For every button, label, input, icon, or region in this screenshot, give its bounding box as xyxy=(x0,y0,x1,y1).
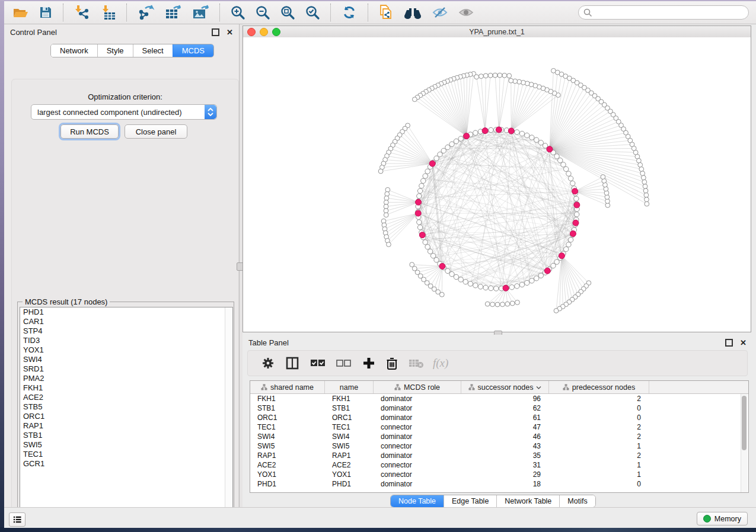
deselect-all-checks-button[interactable] xyxy=(336,358,352,368)
list-item[interactable]: PHD1 xyxy=(20,307,232,317)
table-row[interactable]: FKH1FKH1dominator962 xyxy=(250,394,748,403)
table-cell: 18 xyxy=(461,479,549,489)
column-header-name[interactable]: name xyxy=(325,381,374,393)
list-item[interactable]: ORC1 xyxy=(20,412,232,421)
list-item[interactable]: CAR1 xyxy=(20,317,232,326)
table-cell: SWI5 xyxy=(325,441,374,451)
refresh-button[interactable] xyxy=(338,4,361,21)
export-table-button[interactable] xyxy=(161,4,185,21)
task-history-button[interactable] xyxy=(9,512,25,527)
hide-unhide-button[interactable] xyxy=(429,4,451,21)
table-row[interactable]: RAP1RAP1dominator352 xyxy=(250,451,748,460)
zoom-out-button[interactable] xyxy=(252,4,273,21)
close-panel-button[interactable]: Close panel xyxy=(125,124,187,139)
tab-network-table[interactable]: Network Table xyxy=(496,495,559,507)
list-item[interactable]: STP4 xyxy=(20,326,232,336)
table-cell: dominator xyxy=(374,394,461,403)
column-header-shared-name[interactable]: shared name xyxy=(250,381,325,393)
save-session-button[interactable] xyxy=(36,4,56,21)
tab-mcds[interactable]: MCDS xyxy=(173,44,213,57)
zoom-selected-button[interactable] xyxy=(302,4,323,21)
tab-node-table[interactable]: Node Table xyxy=(391,495,444,507)
list-item[interactable]: RAP1 xyxy=(20,421,232,431)
list-item[interactable]: STB1 xyxy=(20,431,232,440)
table-cell: connector xyxy=(374,422,461,432)
table-row[interactable]: YOX1YOX1connector291 xyxy=(250,470,748,479)
column-header-successor-nodes[interactable]: successor nodes xyxy=(461,381,549,393)
list-scrollbar[interactable] xyxy=(225,307,232,519)
list-item[interactable]: PMA2 xyxy=(20,374,232,383)
list-item[interactable]: TEC1 xyxy=(20,450,232,459)
network-canvas[interactable] xyxy=(243,37,751,332)
list-item[interactable]: YOX1 xyxy=(20,345,232,355)
add-row-button[interactable] xyxy=(362,357,375,370)
search-input[interactable] xyxy=(578,5,749,20)
table-cell: 62 xyxy=(461,403,549,413)
unchecked-boxes-icon xyxy=(336,358,352,368)
table-row[interactable]: SWI4SWI4dominator462 xyxy=(250,432,748,441)
table-row[interactable]: STB1STB1dominator620 xyxy=(250,403,748,413)
table-scrollbar-thumb[interactable] xyxy=(742,396,747,450)
list-item[interactable]: GCR1 xyxy=(20,459,232,469)
select-all-checks-button[interactable] xyxy=(310,358,326,368)
tab-select[interactable]: Select xyxy=(133,44,173,57)
export-network-button[interactable] xyxy=(134,4,158,21)
column-header-predecessor-nodes[interactable]: predecessor nodes xyxy=(549,381,649,393)
optimization-criterion-select[interactable]: largest connected component (undirected) xyxy=(31,104,217,120)
tab-edge-table[interactable]: Edge Table xyxy=(444,495,496,507)
list-item[interactable]: FKH1 xyxy=(20,383,232,393)
table-cell: 35 xyxy=(461,451,549,460)
table-row[interactable]: TEC1TEC1connector472 xyxy=(250,422,748,432)
run-mcds-button[interactable]: Run MCDS xyxy=(60,124,119,139)
table-row[interactable]: PHD1PHD1dominator180 xyxy=(250,479,748,489)
table-row[interactable]: SWI5SWI5connector431 xyxy=(250,441,748,451)
table-cell: 1 xyxy=(549,441,649,451)
delete-table-button[interactable] xyxy=(409,358,424,368)
memory-button[interactable]: Memory xyxy=(697,512,748,525)
node-table[interactable]: shared namenameMCDS rolesuccessor nodesp… xyxy=(250,380,749,493)
network-window-titlebar: YPA_prune.txt_1 xyxy=(243,26,751,38)
list-item[interactable]: SWI5 xyxy=(20,440,232,450)
table-cell: STB1 xyxy=(325,403,374,413)
list-item[interactable]: STB5 xyxy=(20,402,232,412)
mcds-tab-content: Optimization criterion: largest connecte… xyxy=(11,79,239,528)
table-scrollbar[interactable] xyxy=(741,394,748,492)
list-item[interactable]: SWI4 xyxy=(20,355,232,364)
table-cell: PHD1 xyxy=(325,479,374,489)
list-item[interactable]: SRD1 xyxy=(20,364,232,374)
toolbar-separator xyxy=(219,4,220,21)
table-cell: 2 xyxy=(549,394,649,403)
floppy-disk-icon xyxy=(39,5,53,20)
float-panel-icon[interactable] xyxy=(725,339,733,347)
binoculars-button[interactable] xyxy=(400,4,425,21)
table-cell: dominator xyxy=(374,413,461,422)
tab-style[interactable]: Style xyxy=(97,44,133,57)
close-panel-icon[interactable]: ✕ xyxy=(227,30,233,35)
copy-network-button[interactable] xyxy=(375,3,397,22)
delete-row-button[interactable] xyxy=(386,357,398,370)
close-panel-icon[interactable]: ✕ xyxy=(740,340,747,345)
zoom-in-button[interactable] xyxy=(227,4,248,21)
table-cell: 61 xyxy=(461,413,549,422)
zoom-fit-button[interactable] xyxy=(277,4,298,21)
mcds-result-list[interactable]: PHD1CAR1STP4TID3YOX1SWI4SRD1PMA2FKH1ACE2… xyxy=(20,307,233,520)
export-image-button[interactable] xyxy=(189,4,212,21)
list-item[interactable]: ACE2 xyxy=(20,393,232,402)
tab-network[interactable]: Network xyxy=(51,44,97,57)
function-builder-button[interactable]: f(x) xyxy=(433,357,448,370)
table-row[interactable]: ORC1ORC1dominator610 xyxy=(250,413,748,422)
table-row[interactable]: ACE2ACE2connector311 xyxy=(250,460,748,470)
column-header-MCDS-role[interactable]: MCDS role xyxy=(374,381,461,393)
float-panel-icon[interactable] xyxy=(212,28,219,36)
table-cell: 1 xyxy=(549,460,649,470)
column-layout-button[interactable] xyxy=(285,356,299,370)
table-cell: dominator xyxy=(374,451,461,460)
show-all-button[interactable] xyxy=(455,4,477,21)
open-file-button[interactable] xyxy=(9,4,32,21)
import-network-button[interactable] xyxy=(71,4,93,21)
optimization-criterion-label: Optimization criterion: xyxy=(12,92,238,101)
tab-motifs[interactable]: Motifs xyxy=(559,495,595,507)
table-settings-button[interactable] xyxy=(261,357,275,370)
list-item[interactable]: TID3 xyxy=(20,336,232,345)
import-table-button[interactable] xyxy=(97,4,119,21)
